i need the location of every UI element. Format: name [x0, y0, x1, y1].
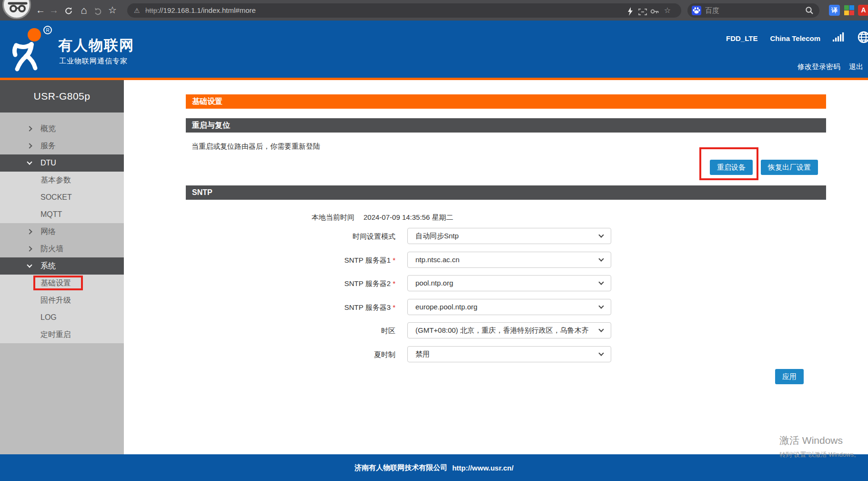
- baidu-paw-icon: [692, 6, 701, 15]
- search-placeholder: 百度: [705, 3, 719, 18]
- sidebar-item-label: 网络: [40, 223, 56, 240]
- select-value: 自动同步Sntp: [415, 232, 459, 241]
- translate-extension-icon[interactable]: 译: [829, 5, 840, 16]
- sidebar-item-label: DTU: [40, 154, 56, 172]
- sidebar-item-basic-settings[interactable]: 基础设置: [0, 275, 124, 292]
- baidu-search-box[interactable]: 百度: [687, 3, 819, 18]
- footer: 济南有人物联网技术有限公司 http://www.usr.cn/: [0, 454, 868, 481]
- reload-icon: [64, 7, 73, 15]
- device-model-title: USR-G805p: [0, 80, 124, 113]
- sidebar-item-label: 防火墙: [40, 240, 63, 257]
- field-label: 时区: [186, 327, 395, 336]
- signal-strength-icon: [833, 32, 845, 44]
- browser-toolbar: ← → ⌂ ☆ ⚠ http://192.168.1.1/index.html#…: [0, 0, 868, 20]
- select-value: (GMT+08:00) 北京，重庆，香港特别行政区，乌鲁木齐: [415, 326, 589, 335]
- apply-button[interactable]: 应用: [775, 369, 804, 384]
- timezone-select[interactable]: (GMT+08:00) 北京，重庆，香港特别行政区，乌鲁木齐: [407, 322, 611, 338]
- sidebar: USR-G805p 概览服务DTU基本参数SOCKETMQTT网络防火墙系统基础…: [0, 80, 124, 454]
- form-row-sntp-server3: SNTP 服务器3 *europe.pool.ntp.org: [186, 299, 826, 316]
- watermark-line2: 转到“设置”以激活 Windows。: [779, 450, 860, 459]
- sidebar-item-firmware-upgrade[interactable]: 固件升级: [0, 292, 124, 309]
- sidebar-item-services[interactable]: 服务: [0, 137, 124, 154]
- globe-icon[interactable]: [858, 31, 868, 45]
- sidebar-item-socket[interactable]: SOCKET: [0, 189, 124, 206]
- form-row-timezone: 时区(GMT+08:00) 北京，重庆，香港特别行政区，乌鲁木齐: [186, 322, 826, 339]
- carrier-label: China Telecom: [770, 34, 820, 42]
- sidebar-item-dtu[interactable]: DTU: [0, 154, 124, 172]
- chevron-down-icon: [27, 159, 32, 164]
- forward-button[interactable]: →: [47, 0, 61, 20]
- sntp-server3-select[interactable]: europe.pool.ntp.org: [407, 299, 611, 315]
- url-text: http://192.168.1.1/index.html#more: [145, 3, 256, 18]
- sidebar-item-label: 基本参数: [40, 172, 71, 189]
- dst-select[interactable]: 禁用: [407, 346, 611, 362]
- sntp-server1-select[interactable]: ntp.ntsc.ac.cn: [407, 252, 611, 268]
- undo-button[interactable]: [91, 0, 105, 20]
- sidebar-item-log[interactable]: LOG: [0, 309, 124, 326]
- search-icon[interactable]: [805, 6, 814, 17]
- spy-glasses-icon: [7, 0, 28, 15]
- home-button[interactable]: ⌂: [77, 0, 91, 20]
- sidebar-item-network[interactable]: 网络: [0, 223, 124, 240]
- chevron-down-icon: [598, 303, 604, 308]
- extensions-grid-icon[interactable]: [844, 5, 855, 16]
- footer-website-link[interactable]: http://www.usr.cn/: [452, 464, 514, 472]
- incognito-avatar-icon[interactable]: [2, 0, 31, 19]
- chevron-down-icon: [598, 279, 604, 285]
- sidebar-item-label: 系统: [40, 257, 56, 275]
- time-mode-select[interactable]: 自动同步Sntp: [407, 228, 611, 244]
- sidebar-item-system[interactable]: 系统: [0, 257, 124, 275]
- required-asterisk: *: [391, 279, 395, 287]
- factory-reset-button[interactable]: 恢复出厂设置: [761, 160, 818, 175]
- pdf-reader-extension-icon[interactable]: A: [858, 5, 868, 16]
- usr-logo-icon: R: [8, 24, 57, 76]
- field-label: 夏时制: [186, 350, 395, 359]
- not-secure-warning-icon: ⚠: [134, 3, 140, 18]
- form-row-dst: 夏时制禁用: [186, 346, 826, 363]
- sidebar-item-label: 固件升级: [40, 292, 71, 309]
- chevron-down-icon: [598, 256, 604, 261]
- back-button[interactable]: ←: [34, 0, 47, 20]
- lightning-icon[interactable]: [625, 6, 636, 15]
- url-rest: ://192.168.1.1/index.html#more: [157, 6, 256, 14]
- select-value: pool.ntp.org: [415, 279, 453, 287]
- field-label: SNTP 服务器1 *: [186, 256, 395, 265]
- form-row-sntp-server1: SNTP 服务器1 *ntp.ntsc.ac.cn: [186, 252, 826, 269]
- bookmark-page-star-icon[interactable]: ☆: [662, 6, 673, 15]
- form-row-local-time: 本地当前时间2024-07-09 14:35:56 星期二: [186, 209, 826, 226]
- sidebar-item-scheduled-restart[interactable]: 定时重启: [0, 326, 124, 343]
- select-value: ntp.ntsc.ac.cn: [415, 256, 460, 264]
- sidebar-item-firewall[interactable]: 防火墙: [0, 240, 124, 257]
- footer-company: 济南有人物联网技术有限公司: [354, 463, 447, 472]
- frame-capture-icon[interactable]: [637, 6, 648, 15]
- brand-subtitle: 工业物联网通信专家: [59, 57, 128, 66]
- network-status: FDD_LTE China Telecom: [726, 31, 867, 45]
- bookmark-star-icon[interactable]: ☆: [106, 0, 119, 20]
- reload-button[interactable]: [62, 0, 75, 20]
- chevron-right-icon: [27, 143, 32, 148]
- reboot-device-button[interactable]: 重启设备: [710, 160, 753, 175]
- chevron-right-icon: [27, 246, 32, 251]
- sidebar-item-mqtt[interactable]: MQTT: [0, 206, 124, 223]
- sidebar-item-overview[interactable]: 概览: [0, 120, 124, 137]
- chevron-down-icon: [598, 232, 604, 237]
- field-label: 时间设置模式: [186, 232, 395, 241]
- screen: ← → ⌂ ☆ ⚠ http://192.168.1.1/index.html#…: [0, 0, 868, 481]
- change-password-link[interactable]: 修改登录密码: [797, 62, 840, 72]
- sidebar-item-basic-params[interactable]: 基本参数: [0, 172, 124, 189]
- sidebar-item-label: MQTT: [40, 206, 62, 223]
- header-links: 修改登录密码 退出: [797, 62, 863, 72]
- logout-link[interactable]: 退出: [849, 62, 863, 72]
- field-label: 本地当前时间: [186, 213, 354, 222]
- sidebar-item-label: 定时重启: [40, 326, 71, 343]
- main-content: 基础设置 重启与复位 当重启或复位路由器后，你需要重新登陆 重启设备 恢复出厂设…: [186, 94, 826, 399]
- select-value: 禁用: [415, 350, 430, 359]
- select-value: europe.pool.ntp.org: [415, 303, 477, 311]
- address-bar[interactable]: ⚠ http://192.168.1.1/index.html#more: [127, 3, 681, 18]
- field-label: SNTP 服务器3 *: [186, 303, 395, 312]
- sntp-server2-select[interactable]: pool.ntp.org: [407, 275, 611, 291]
- sidebar-item-label: 概览: [40, 120, 56, 137]
- key-icon[interactable]: [649, 6, 660, 15]
- page-title: 基础设置: [186, 94, 826, 109]
- sidebar-item-label: 服务: [40, 137, 56, 154]
